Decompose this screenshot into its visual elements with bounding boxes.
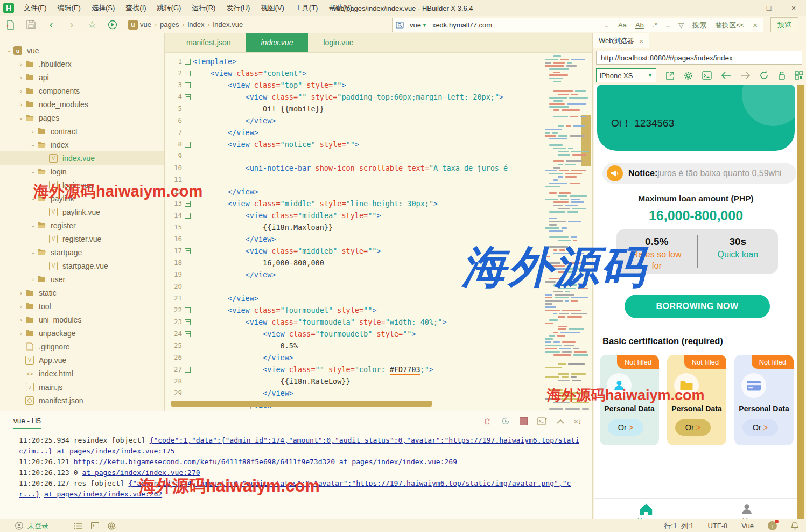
chevron-right-icon[interactable]: › <box>17 317 25 323</box>
console-icon[interactable] <box>702 71 712 80</box>
close-button[interactable]: × <box>781 0 806 16</box>
nav-back-icon[interactable] <box>721 72 731 79</box>
fold-marker-icon[interactable] <box>182 316 193 328</box>
new-file-icon[interactable] <box>3 19 17 31</box>
console-link[interactable]: at pages/index/index.vue:175 <box>57 447 174 455</box>
qrcode-icon[interactable] <box>795 71 803 80</box>
tree-item-uni_modules[interactable]: ›uni_modules <box>0 313 164 326</box>
debug-bug-icon[interactable] <box>483 417 492 425</box>
chevron-down-icon[interactable]: ⌄ <box>29 168 37 175</box>
console-link[interactable]: at pages/index/index.vue:270 <box>82 468 200 477</box>
code-area[interactable]: 1<template>2 <view class="content">3 <vi… <box>165 52 542 411</box>
fold-marker-icon[interactable] <box>182 304 193 316</box>
menu-item[interactable]: 工具(T) <box>290 0 324 16</box>
fold-marker-icon[interactable] <box>182 245 193 257</box>
tree-item-index-vue[interactable]: Vindex.vue <box>0 151 164 165</box>
update-notification-icon[interactable]: ↓ <box>768 521 777 530</box>
nav-forward-icon[interactable] <box>740 72 751 79</box>
tree-item-static[interactable]: ›static <box>0 286 164 299</box>
search-input[interactable]: xedk.hymall77.com <box>432 21 599 29</box>
search-scope-caret-icon[interactable]: ▼ <box>422 23 427 28</box>
menu-item[interactable]: 发行(U) <box>221 0 255 16</box>
console-tab[interactable]: vue - H5 <box>13 417 41 429</box>
code-editor[interactable]: manifest.json index.vue login.vue 1<temp… <box>165 33 592 411</box>
tree-item-contract[interactable]: ›contract <box>0 124 164 138</box>
minimize-button[interactable]: — <box>732 0 756 16</box>
tree-item-paylink-vue[interactable]: Vpaylink.vue <box>0 205 164 219</box>
tree-item--gitignore[interactable]: .gitignore <box>0 340 164 353</box>
horizontal-scrollbar[interactable] <box>171 401 432 407</box>
tree-item-register-vue[interactable]: Vregister.vue <box>0 232 164 246</box>
browser-scrollbar[interactable] <box>797 85 804 519</box>
tab-index-vue[interactable]: index.vue <box>246 33 308 52</box>
tree-item-App-vue[interactable]: VApp.vue <box>0 353 164 367</box>
certification-card[interactable]: Not filledPersonal DataOr> <box>600 355 659 445</box>
tree-item-main-js[interactable]: Jmain.js <box>0 380 164 394</box>
menu-item[interactable]: 查找(I) <box>120 0 151 16</box>
replace-toggle-button[interactable]: 替换区<< <box>715 20 744 30</box>
notice-bar[interactable]: Notice: juros é tão baixa quanto 0,59whi <box>602 163 796 184</box>
bell-icon[interactable] <box>791 522 798 530</box>
chevron-right-icon[interactable]: › <box>17 101 25 108</box>
menu-item[interactable]: 视图(V) <box>255 0 289 16</box>
run-icon[interactable] <box>106 19 120 31</box>
console-link[interactable]: at pages/index/index.vue:262 <box>44 490 162 498</box>
chevron-down-icon[interactable]: ⌄ <box>29 249 37 256</box>
maximize-button[interactable]: □ <box>756 0 781 16</box>
fold-marker-icon[interactable] <box>182 209 193 221</box>
unlock-icon[interactable] <box>778 71 786 80</box>
tree-item-index-html[interactable]: <>index.html <box>0 367 164 380</box>
chevron-right-icon[interactable]: › <box>17 330 25 337</box>
search-scope-label[interactable]: vue <box>410 21 421 29</box>
tree-item-user[interactable]: ›user <box>0 272 164 286</box>
fold-marker-icon[interactable] <box>182 67 193 79</box>
minimap[interactable] <box>542 52 592 411</box>
user-avatar-icon[interactable] <box>15 522 23 530</box>
breadcrumb-item[interactable]: pages <box>160 20 179 29</box>
menu-item[interactable]: 运行(R) <box>186 0 221 16</box>
console-link[interactable]: at pages/index/index.vue:269 <box>339 458 457 466</box>
open-external-icon[interactable] <box>665 71 675 80</box>
certification-card[interactable]: Not filledPersonal DataOr> <box>734 355 794 445</box>
tree-item-node_modules[interactable]: ›node_modules <box>0 97 164 111</box>
language-mode[interactable]: Vue <box>741 522 754 530</box>
tab-home[interactable]: Home <box>630 503 662 519</box>
filter-icon[interactable]: ▽ <box>678 21 684 29</box>
chevron-right-icon[interactable]: › <box>17 290 25 296</box>
chevron-down-icon[interactable]: ⌄ <box>29 141 37 148</box>
back-icon[interactable]: ‹ <box>44 19 58 31</box>
preview-button[interactable]: 预览 <box>770 17 798 32</box>
or-pill-button[interactable]: Or> <box>675 419 711 436</box>
tab-manifest-json[interactable]: manifest.json <box>171 33 246 52</box>
tree-item-paylink[interactable]: ⌄paylink <box>0 192 164 205</box>
or-pill-button[interactable]: Or> <box>742 419 778 436</box>
tree-item-startpage-vue[interactable]: Vstartpage.vue <box>0 259 164 272</box>
browser-tab-close-icon[interactable]: × <box>640 37 644 45</box>
tree-item-tool[interactable]: ›tool <box>0 299 164 313</box>
menu-item[interactable]: 选择(S) <box>86 0 120 16</box>
borrowing-now-button[interactable]: BORROWING NOW <box>625 295 770 318</box>
fold-marker-icon[interactable] <box>182 79 193 91</box>
search-button[interactable]: 搜索 <box>692 20 706 30</box>
breadcrumb-item[interactable]: vue <box>140 20 151 29</box>
encoding-label[interactable]: UTF-8 <box>708 522 728 530</box>
login-status[interactable]: 未登录 <box>27 521 48 531</box>
chevron-down-icon[interactable]: ⌄ <box>5 47 13 54</box>
device-select[interactable]: iPhone XS ▼ <box>596 68 656 82</box>
whole-word-icon[interactable]: Ab <box>635 21 644 29</box>
outline-list-icon[interactable] <box>74 522 82 529</box>
fold-marker-icon[interactable] <box>182 328 193 340</box>
menu-item[interactable]: 跳转(G) <box>152 0 187 16</box>
tree-item-index[interactable]: ⌄index <box>0 138 164 151</box>
regex-icon[interactable]: .* <box>653 21 657 29</box>
breadcrumb-item[interactable]: index <box>187 20 204 29</box>
save-icon[interactable] <box>24 19 38 31</box>
or-pill-button[interactable]: Or> <box>608 419 643 436</box>
tree-item--hbuilderx[interactable]: ›.hbuilderx <box>0 57 164 71</box>
menu-item[interactable]: 帮助(Y) <box>323 0 357 16</box>
chevron-down-icon[interactable]: ⌄ <box>29 222 37 229</box>
tree-item-components[interactable]: ›components <box>0 84 164 97</box>
tree-item-pages[interactable]: ⌄pages <box>0 111 164 124</box>
browser-tab[interactable]: Web浏览器 × <box>593 33 649 48</box>
terminal-status-icon[interactable] <box>91 522 99 529</box>
